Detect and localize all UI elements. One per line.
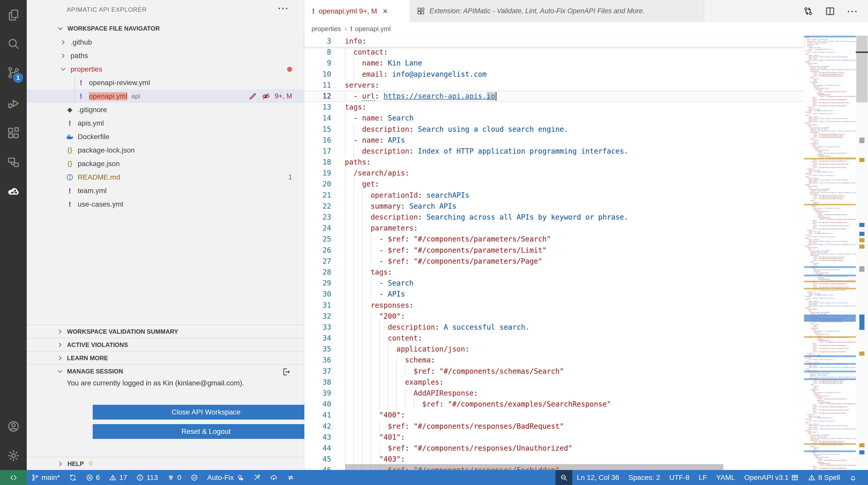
code-line-34[interactable]: 34 content: bbox=[304, 333, 804, 344]
code-line-31[interactable]: 31 responses: bbox=[304, 300, 804, 311]
code-line-17[interactable]: 17 description: Index of HTTP applicatio… bbox=[304, 146, 804, 157]
status-remote-indicator[interactable] bbox=[0, 470, 27, 485]
activity-run-debug[interactable] bbox=[0, 91, 27, 116]
file-navigator-header[interactable]: WORKSPACE FILE NAVIGATOR bbox=[27, 22, 304, 35]
code-line-27[interactable]: 27 - $ref: "#/components/parameters/Page… bbox=[304, 256, 804, 267]
editor-scrollbar[interactable] bbox=[856, 36, 868, 470]
code-line-24[interactable]: 24 parameters: bbox=[304, 223, 804, 234]
ellipsis-icon[interactable]: ⋯ bbox=[847, 9, 858, 14]
activity-source-control[interactable]: 1 bbox=[0, 60, 27, 85]
status-eol[interactable]: LF bbox=[694, 470, 712, 485]
close-icon[interactable]: × bbox=[383, 6, 388, 16]
code-line-45[interactable]: 45 "403": bbox=[304, 454, 804, 465]
code-line-35[interactable]: 35 application/json: bbox=[304, 344, 804, 355]
code-line-21[interactable]: 21 operationId: searchAPIs bbox=[304, 190, 804, 201]
panel-header-learn-more[interactable]: LEARN MORE bbox=[27, 352, 304, 365]
tree-item-openapi-review-yml[interactable]: !openapi-review.yml bbox=[27, 76, 304, 89]
code-line-20[interactable]: 20 get: bbox=[304, 179, 804, 189]
code-line-32[interactable]: 32 "200": bbox=[304, 311, 804, 322]
activity-apimatic[interactable] bbox=[0, 178, 27, 204]
code-line-16[interactable]: 16 - name: APIs bbox=[304, 135, 804, 146]
status-swap[interactable] bbox=[282, 470, 299, 485]
code-line-29[interactable]: 29 - Search bbox=[304, 278, 804, 289]
status-infos[interactable]: 113 bbox=[132, 470, 162, 485]
code-line-10[interactable]: 10 email: info@apievangelist.com bbox=[304, 69, 804, 80]
code-line-14[interactable]: 14 - name: Search bbox=[304, 113, 804, 124]
status-git-branch[interactable]: main* bbox=[27, 470, 64, 485]
status-sync[interactable] bbox=[64, 470, 81, 485]
code-line-42[interactable]: 42 $ref: "#/components/responses/BadRequ… bbox=[304, 421, 804, 432]
code-line-30[interactable]: 30 - APIs bbox=[304, 289, 804, 300]
status-ports[interactable]: 0 bbox=[162, 470, 186, 485]
status-encoding[interactable]: UTF-8 bbox=[665, 470, 694, 485]
tree-item--gitignore[interactable]: ◆.gitignore bbox=[27, 103, 304, 116]
minimap[interactable]: openapi: 3.1.0info: title: APIs.io Searc… bbox=[804, 36, 856, 470]
code-line-37[interactable]: 37 $ref: "#/components/schemas/Search" bbox=[304, 366, 804, 377]
code-line-12[interactable]: 12 - url: https://search-api.apis.io bbox=[304, 91, 804, 102]
code-line-11[interactable]: 11servers: bbox=[304, 80, 804, 91]
activity-account[interactable] bbox=[0, 414, 27, 439]
tab-openapi-yml[interactable]: ! openapi.yml 9+, M × bbox=[304, 0, 409, 22]
code-line-39[interactable]: 39 AddAPIResponse: bbox=[304, 388, 804, 399]
panel-header-active-violations[interactable]: ACTIVE VIOLATIONS bbox=[27, 338, 304, 352]
logout-door-icon[interactable] bbox=[281, 367, 290, 376]
status-spell[interactable]: 8 Spell bbox=[803, 470, 844, 485]
status-tools[interactable] bbox=[249, 470, 266, 485]
pencil-icon[interactable] bbox=[248, 92, 257, 101]
tree-item-dockerfile[interactable]: Dockerfile bbox=[27, 130, 304, 144]
close-api-workspace-button[interactable]: Close API Workspace bbox=[93, 405, 319, 420]
code-line-19[interactable]: 19 /search/apis: bbox=[304, 168, 804, 179]
tree-item--github[interactable]: .github bbox=[27, 35, 304, 49]
panel-header-manage-session[interactable]: MANAGE SESSION bbox=[27, 365, 304, 378]
code-editor[interactable]: 8 contact:9 name: Kin Lane10 email: info… bbox=[304, 36, 804, 470]
code-line-26[interactable]: 26 - $ref: "#/components/parameters/Limi… bbox=[304, 245, 804, 256]
code-line-25[interactable]: 25 - $ref: "#/components/parameters/Sear… bbox=[304, 234, 804, 245]
status-cloud-upload[interactable] bbox=[266, 470, 282, 485]
activity-remote-explorer[interactable] bbox=[0, 150, 27, 175]
tree-item-readme-md[interactable]: README.md1 bbox=[27, 171, 304, 184]
horizontal-scrollbar[interactable] bbox=[345, 464, 723, 470]
code-line-8[interactable]: 8 contact: bbox=[304, 47, 804, 58]
tree-item-apis-yml[interactable]: !apis.yml bbox=[27, 116, 304, 130]
tree-item-paths[interactable]: paths bbox=[27, 49, 304, 62]
status-warnings[interactable]: 17 bbox=[104, 470, 132, 485]
activity-explorer[interactable] bbox=[0, 2, 27, 28]
tab-extension-apimatic[interactable]: Extension: APIMatic - Validate, Lint, Au… bbox=[409, 0, 704, 22]
activity-search[interactable] bbox=[0, 31, 27, 57]
eye-off-icon[interactable] bbox=[261, 92, 270, 101]
code-line-15[interactable]: 15 description: Search using a cloud sea… bbox=[304, 124, 804, 135]
breadcrumb-folder[interactable]: properties bbox=[311, 25, 341, 33]
breadcrumb-file[interactable]: openapi.yml bbox=[355, 25, 391, 33]
reset-logout-button[interactable]: Reset & Logout bbox=[93, 424, 319, 439]
tree-item-use-cases-yml[interactable]: !use-cases.yml bbox=[27, 198, 304, 211]
help-header[interactable]: HELP bbox=[27, 457, 304, 471]
status-notifications[interactable] bbox=[844, 470, 861, 485]
status-auto-fix[interactable]: Auto-Fix bbox=[203, 470, 249, 485]
status-zoom-out[interactable] bbox=[556, 470, 572, 485]
status-cursor-position[interactable]: Ln 12, Col 36 bbox=[572, 470, 624, 485]
code-line-18[interactable]: 18paths: bbox=[304, 157, 804, 168]
split-editor-icon[interactable] bbox=[825, 6, 835, 17]
activity-extensions[interactable] bbox=[0, 120, 27, 146]
status-check[interactable] bbox=[186, 470, 203, 485]
code-line-13[interactable]: 13tags: bbox=[304, 102, 804, 113]
tree-item-package-lock-json[interactable]: {}package-lock.json bbox=[27, 144, 304, 157]
tree-item-team-yml[interactable]: !team.yml bbox=[27, 184, 304, 198]
code-line-9[interactable]: 9 name: Kin Lane bbox=[304, 58, 804, 68]
tree-item-package-json[interactable]: {}package.json bbox=[27, 157, 304, 171]
status-openapi-version[interactable]: OpenAPI v3.1 bbox=[740, 470, 803, 485]
code-line-36[interactable]: 36 schema: bbox=[304, 355, 804, 366]
code-line-38[interactable]: 38 examples: bbox=[304, 377, 804, 388]
status-errors[interactable]: 6 bbox=[81, 470, 105, 485]
status-language-mode[interactable]: YAML bbox=[712, 470, 740, 485]
tree-item-properties[interactable]: properties bbox=[27, 62, 304, 76]
panel-header-workspace-validation-summary[interactable]: WORKSPACE VALIDATION SUMMARY bbox=[27, 325, 304, 338]
code-line-43[interactable]: 43 "401": bbox=[304, 432, 804, 443]
code-line-33[interactable]: 33 description: A successful search. bbox=[304, 322, 804, 333]
sticky-scroll-line[interactable]: 3info: bbox=[304, 36, 804, 47]
status-indentation[interactable]: Spaces: 2 bbox=[624, 470, 665, 485]
code-line-40[interactable]: 40 $ref: "#/components/examples/SearchRe… bbox=[304, 399, 804, 410]
more-actions-icon[interactable]: ⋯ bbox=[277, 3, 288, 14]
code-line-44[interactable]: 44 $ref: "#/components/responses/Unautho… bbox=[304, 443, 804, 454]
code-line-41[interactable]: 41 "400": bbox=[304, 410, 804, 421]
